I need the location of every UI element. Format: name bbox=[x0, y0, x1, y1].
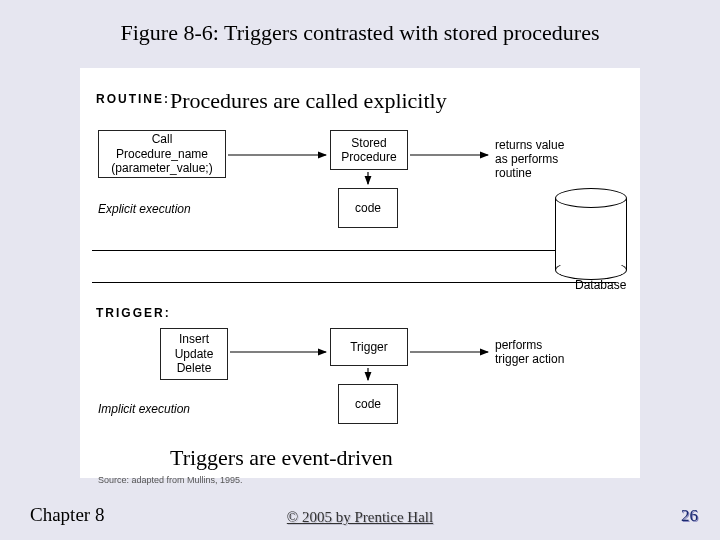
database-label: Database bbox=[575, 278, 626, 292]
explicit-execution-label: Explicit execution bbox=[98, 202, 191, 216]
routine-label: ROUTINE: bbox=[96, 92, 170, 106]
implicit-execution-label: Implicit execution bbox=[98, 402, 190, 416]
divider-line-1 bbox=[92, 250, 616, 251]
trigger-box: Trigger bbox=[330, 328, 408, 366]
returns-value-text: returns value as performs routine bbox=[495, 138, 564, 180]
triggers-caption: Triggers are event-driven bbox=[170, 445, 393, 471]
call-line3: (parameter_value;) bbox=[111, 161, 212, 175]
returns-l1: returns value bbox=[495, 138, 564, 152]
code-label-1: code bbox=[355, 201, 381, 215]
trigger-box-label: Trigger bbox=[350, 340, 388, 354]
performs-action-text: performs trigger action bbox=[495, 338, 564, 366]
procedures-caption: Procedures are called explicitly bbox=[170, 88, 447, 114]
database-cylinder-icon bbox=[555, 188, 627, 274]
call-line2: Procedure_name bbox=[116, 147, 208, 161]
insert-update-delete-box: Insert Update Delete bbox=[160, 328, 228, 380]
returns-l3: routine bbox=[495, 166, 564, 180]
iud-l1: Insert bbox=[179, 332, 209, 346]
sp-line1: Stored bbox=[351, 136, 386, 150]
sp-line2: Procedure bbox=[341, 150, 396, 164]
call-line1: Call bbox=[152, 132, 173, 146]
returns-l2: as performs bbox=[495, 152, 564, 166]
copyright-label: © 2005 by Prentice Hall bbox=[0, 509, 720, 526]
performs-l2: trigger action bbox=[495, 352, 564, 366]
iud-l2: Update bbox=[175, 347, 214, 361]
stored-procedure-box: Stored Procedure bbox=[330, 130, 408, 170]
code-label-2: code bbox=[355, 397, 381, 411]
trigger-code-box: code bbox=[338, 384, 398, 424]
call-procedure-box: Call Procedure_name (parameter_value;) bbox=[98, 130, 226, 178]
page-number: 26 bbox=[681, 506, 698, 526]
performs-l1: performs bbox=[495, 338, 564, 352]
source-attribution: Source: adapted from Mullins, 1995. bbox=[98, 475, 243, 485]
figure-title: Figure 8-6: Triggers contrasted with sto… bbox=[0, 20, 720, 46]
trigger-section-label: TRIGGER: bbox=[96, 306, 171, 320]
divider-line-2 bbox=[92, 282, 616, 283]
procedure-code-box: code bbox=[338, 188, 398, 228]
iud-l3: Delete bbox=[177, 361, 212, 375]
